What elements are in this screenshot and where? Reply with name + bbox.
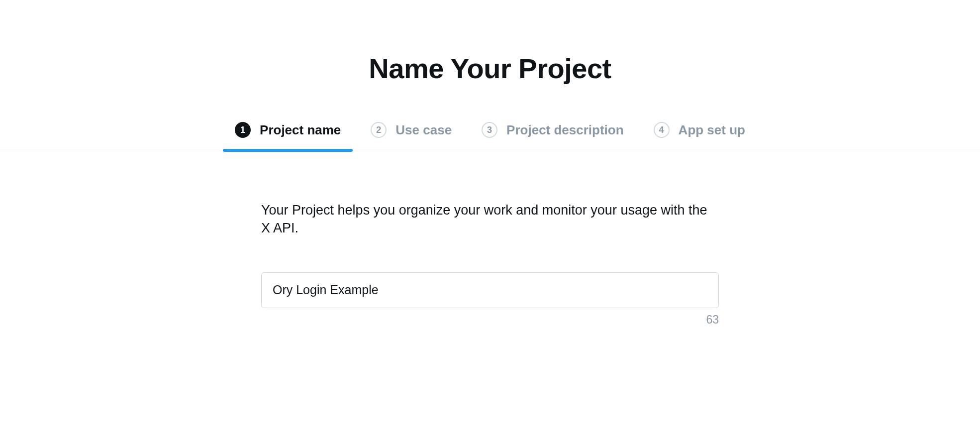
step-label-4: App set up	[679, 122, 745, 138]
step-circle-3: 3	[482, 122, 497, 138]
step-use-case[interactable]: 2 Use case	[371, 122, 452, 151]
steps-bar: 1 Project name 2 Use case 3 Project desc…	[0, 122, 980, 151]
step-circle-1: 1	[235, 122, 251, 138]
step-label-1: Project name	[260, 122, 341, 138]
step-circle-2: 2	[371, 122, 387, 138]
step-label-2: Use case	[395, 122, 452, 138]
input-wrap: 63	[261, 272, 719, 327]
page-title: Name Your Project	[369, 52, 611, 85]
step-circle-4: 4	[654, 122, 670, 138]
project-name-input[interactable]	[261, 272, 719, 308]
step-app-set-up[interactable]: 4 App set up	[654, 122, 745, 151]
description-text: Your Project helps you organize your wor…	[261, 201, 719, 237]
step-label-3: Project description	[506, 122, 624, 138]
step-project-name[interactable]: 1 Project name	[235, 122, 341, 151]
content: Your Project helps you organize your wor…	[261, 201, 719, 327]
char-count: 63	[261, 313, 719, 327]
step-project-description[interactable]: 3 Project description	[482, 122, 624, 151]
